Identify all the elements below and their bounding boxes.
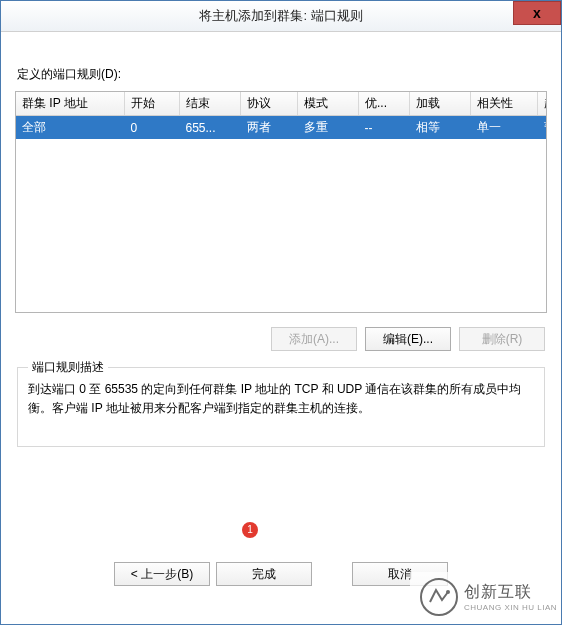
groupbox-description: 到达端口 0 至 65535 的定向到任何群集 IP 地址的 TCP 和 UDP… [28,380,534,418]
rule-buttons-row: 添加(A)... 编辑(E)... 删除(R) [15,327,545,351]
rules-table[interactable]: 群集 IP 地址开始结束协议模式优...加载相关性超时 全部0655...两者多… [16,92,547,139]
table-cell: -- [359,116,410,140]
svg-point-0 [421,579,457,615]
watermark-logo-icon [420,578,458,616]
watermark-text: 创新互联 CHUANG XIN HU LIAN [464,582,557,612]
table-cell: 655... [180,116,241,140]
dialog-window: 将主机添加到群集: 端口规则 x 定义的端口规则(D): 群集 IP 地址开始结… [0,0,562,625]
table-cell: 相等 [410,116,471,140]
col-header[interactable]: 结束 [180,92,241,116]
table-cell: 0 [125,116,180,140]
finish-button[interactable]: 完成 [216,562,312,586]
table-row[interactable]: 全部0655...两者多重--相等单一暂缺 [16,116,547,140]
content-area: 定义的端口规则(D): 群集 IP 地址开始结束协议模式优...加载相关性超时 … [1,32,561,447]
col-header[interactable]: 超时 [538,92,548,116]
col-header[interactable]: 协议 [241,92,298,116]
remove-button[interactable]: 删除(R) [459,327,545,351]
description-groupbox: 端口规则描述 到达端口 0 至 65535 的定向到任何群集 IP 地址的 TC… [17,367,545,447]
table-cell: 两者 [241,116,298,140]
watermark: 创新互联 CHUANG XIN HU LIAN [410,572,561,622]
step-badge: 1 [242,522,258,538]
table-cell: 全部 [16,116,125,140]
col-header[interactable]: 相关性 [471,92,538,116]
groupbox-legend: 端口规则描述 [28,359,108,376]
col-header[interactable]: 开始 [125,92,180,116]
col-header[interactable]: 模式 [298,92,359,116]
add-button[interactable]: 添加(A)... [271,327,357,351]
back-button[interactable]: < 上一步(B) [114,562,210,586]
table-cell: 暂缺 [538,116,548,140]
rules-label: 定义的端口规则(D): [17,66,547,83]
col-header[interactable]: 加载 [410,92,471,116]
close-button[interactable]: x [513,1,561,25]
table-cell: 单一 [471,116,538,140]
col-header[interactable]: 优... [359,92,410,116]
svg-point-1 [446,590,450,594]
close-icon: x [533,6,541,20]
window-title: 将主机添加到群集: 端口规则 [199,7,362,25]
watermark-cn: 创新互联 [464,582,557,603]
edit-button[interactable]: 编辑(E)... [365,327,451,351]
col-header[interactable]: 群集 IP 地址 [16,92,125,116]
table-cell: 多重 [298,116,359,140]
rules-table-container: 群集 IP 地址开始结束协议模式优...加载相关性超时 全部0655...两者多… [15,91,547,313]
titlebar: 将主机添加到群集: 端口规则 x [1,1,561,32]
watermark-py: CHUANG XIN HU LIAN [464,603,557,612]
